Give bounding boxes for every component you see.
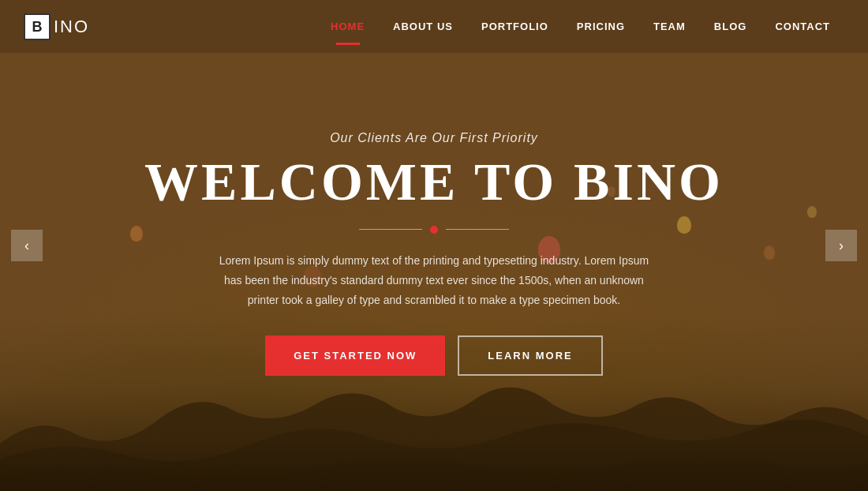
hero-description: Lorem Ipsum is simply dummy text of the … [213, 251, 655, 311]
nav-link-portfolio[interactable]: PORTFOLIO [467, 0, 563, 53]
navbar: B INO HOME ABOUT US PORTFOLIO PRICING TE… [0, 0, 868, 53]
hero-content: Our Clients Are Our First Priority WELCO… [129, 131, 739, 377]
nav-item-pricing[interactable]: PRICING [563, 0, 639, 53]
hero-section: B INO HOME ABOUT US PORTFOLIO PRICING TE… [0, 0, 868, 491]
hero-buttons: GET STARTED NOW LEARN MORE [144, 335, 724, 376]
nav-active-indicator [336, 43, 360, 45]
logo-text: INO [54, 17, 89, 37]
logo[interactable]: B INO [24, 13, 89, 40]
get-started-button[interactable]: GET STARTED NOW [265, 335, 445, 376]
chevron-left-icon: ‹ [24, 238, 29, 254]
hero-divider [144, 226, 724, 234]
nav-link-pricing[interactable]: PRICING [563, 0, 639, 53]
carousel-arrow-left[interactable]: ‹ [11, 230, 43, 261]
logo-b-letter: B [32, 20, 43, 34]
nav-item-home[interactable]: HOME [316, 0, 379, 53]
learn-more-button[interactable]: LEARN MORE [458, 335, 602, 376]
divider-line-right [446, 229, 509, 230]
nav-item-about[interactable]: ABOUT US [379, 0, 467, 53]
nav-link-blog[interactable]: BLOG [700, 0, 761, 53]
chevron-right-icon: › [839, 238, 844, 254]
logo-box: B [24, 13, 51, 40]
balloon-4 [807, 206, 817, 218]
nav-item-team[interactable]: TEAM [639, 0, 700, 53]
nav-link-team[interactable]: TEAM [639, 0, 700, 53]
hero-tagline: Our Clients Are Our First Priority [144, 131, 724, 145]
nav-item-portfolio[interactable]: PORTFOLIO [467, 0, 563, 53]
carousel-arrow-right[interactable]: › [825, 230, 857, 261]
nav-link-contact[interactable]: CONTACT [761, 0, 844, 53]
nav-link-about[interactable]: ABOUT US [379, 0, 467, 53]
nav-links: HOME ABOUT US PORTFOLIO PRICING TEAM BLO… [316, 0, 844, 53]
divider-line-left [359, 229, 422, 230]
nav-item-blog[interactable]: BLOG [700, 0, 761, 53]
balloon-3 [764, 246, 775, 260]
hero-title: WELCOME TO BINO [144, 155, 724, 208]
divider-dot [430, 226, 438, 234]
nav-item-contact[interactable]: CONTACT [761, 0, 844, 53]
